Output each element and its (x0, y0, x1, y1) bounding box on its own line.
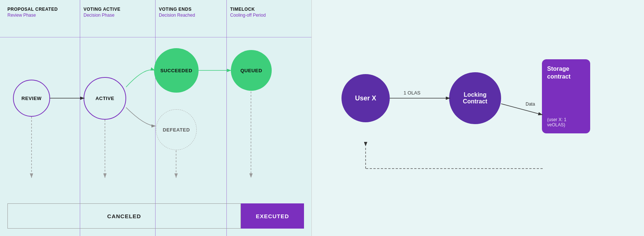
phase-sub-voting-ends: Decision Reached (159, 13, 229, 18)
svg-text:Data: Data (526, 102, 535, 107)
vline-2 (155, 0, 156, 236)
user-circle: User X (341, 74, 390, 122)
state-defeated: DEFEATED (156, 109, 197, 150)
storage-contract-box: Storagecontract (user X: 1 veOLAS) (542, 59, 590, 133)
vline-3 (226, 0, 227, 236)
phase-col-voting-active: VOTING ACTIVE Decision Phase (80, 0, 158, 18)
canceled-box: CANCELED (7, 203, 241, 229)
storage-sub: (user X: 1 veOLAS) (547, 117, 585, 127)
svg-text:1 OLAS: 1 OLAS (403, 90, 421, 96)
left-diagram-panel: PROPOSAL CREATED Review Phase VOTING ACT… (0, 0, 312, 236)
phase-title-voting-active: VOTING ACTIVE (84, 7, 154, 12)
phase-col-timelock: TIMELOCK Cooling-off Period (226, 0, 304, 18)
vline-1 (80, 0, 80, 236)
svg-line-14 (501, 104, 543, 115)
state-review: REVIEW (13, 80, 50, 117)
phase-title-voting-ends: VOTING ENDS (159, 7, 229, 12)
state-queued: QUEUED (231, 50, 272, 91)
right-diagram-panel: User X LockingContract Storagecontract (… (312, 0, 644, 236)
phase-sub-timelock: Cooling-off Period (230, 13, 301, 18)
state-succeeded: SUCCEEDED (154, 48, 199, 93)
phase-sub-proposal: Review Phase (7, 13, 78, 18)
phase-col-voting-ends: VOTING ENDS Decision Reached (155, 0, 233, 18)
header-divider (0, 37, 311, 37)
executed-box: EXECUTED (241, 203, 304, 229)
locking-contract-circle: LockingContract (449, 72, 501, 124)
phase-sub-voting-active: Decision Phase (84, 13, 154, 18)
phase-title-timelock: TIMELOCK (230, 7, 301, 12)
phase-title-proposal: PROPOSAL CREATED (7, 7, 78, 12)
storage-title: Storagecontract (547, 65, 585, 81)
state-active: ACTIVE (84, 77, 126, 120)
phase-col-proposal: PROPOSAL CREATED Review Phase (4, 0, 82, 18)
bottom-status-boxes: CANCELED EXECUTED (7, 203, 304, 229)
diagram-arrows (0, 0, 311, 236)
